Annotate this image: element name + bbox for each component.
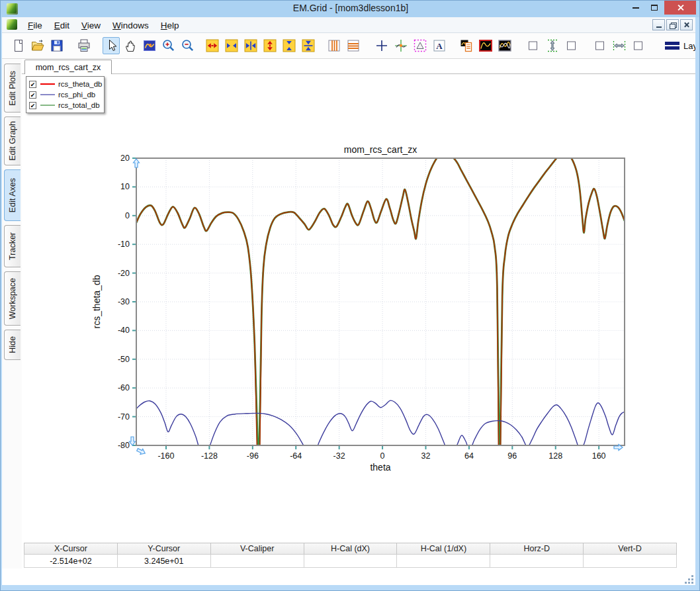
child-minimize-button[interactable]	[652, 19, 665, 30]
caliper-delta-button[interactable]	[412, 37, 429, 54]
legend-panel: ✔rcs_theta_db✔rcs_phi_db✔rcs_total_db	[26, 76, 105, 113]
status-header-horz-d: Horz-D	[490, 543, 584, 554]
text-annotation-button[interactable]: A	[431, 37, 448, 54]
zoom-out-button[interactable]	[179, 37, 197, 54]
sidebar-tab-tracker[interactable]: Tracker	[4, 225, 21, 267]
minimize-icon	[656, 26, 662, 28]
legend-line-sample	[40, 94, 55, 95]
statusbar-headers: X-CursorY-CursorV-CaliperH-Cal (dX)H-Cal…	[24, 543, 677, 555]
plot-style-multi-button[interactable]	[496, 37, 513, 54]
sidebar-tab-label: Edit Plots	[8, 71, 17, 106]
sidebar-tab-hide[interactable]: Hide	[4, 330, 21, 360]
sidebar-tab-edit-plots[interactable]: Edit Plots	[4, 64, 21, 113]
sq-icon	[631, 38, 646, 54]
align-box-right2-button[interactable]	[630, 37, 647, 54]
open-file-button[interactable]	[29, 37, 46, 54]
legend-checkbox[interactable]: ✔	[29, 102, 36, 109]
sidebar-tab-workspace[interactable]: Workspace	[4, 271, 21, 326]
close-icon	[677, 4, 684, 11]
close-icon	[683, 22, 689, 28]
expand-y-axis-button[interactable]	[261, 37, 279, 54]
window-close-button[interactable]	[664, 1, 696, 15]
compress-x-axis-button[interactable]	[223, 37, 240, 54]
window-maximize-button[interactable]	[645, 1, 664, 15]
window-border-bottom	[1, 585, 700, 590]
child-restore-button[interactable]	[666, 19, 679, 30]
titlebar: EM.Grid - [mom3dlesson1b]	[1, 1, 700, 17]
menu-view[interactable]: View	[75, 19, 107, 32]
align-box-left-button[interactable]	[525, 37, 542, 54]
compress-y-axis-button[interactable]	[281, 37, 298, 54]
legend-checkbox[interactable]: ✔	[29, 91, 36, 99]
resize-grip[interactable]	[684, 574, 693, 584]
new-file-button[interactable]	[10, 37, 27, 54]
sidebar-tab-label: Workspace	[8, 278, 17, 319]
h-in-icon	[224, 38, 240, 54]
legend-row: ✔rcs_theta_db	[29, 79, 101, 89]
legend-row: ✔rcs_phi_db	[29, 89, 101, 100]
svg-text:A: A	[436, 41, 443, 51]
hbars-icon	[345, 38, 361, 54]
window-minimize-button[interactable]	[627, 1, 645, 15]
cross-icon	[374, 38, 390, 54]
hdist-icon	[611, 38, 627, 54]
zoom-in-button[interactable]	[160, 37, 177, 54]
app-window: EM.Grid - [mom3dlesson1b] FileEditViewWi…	[0, 0, 700, 591]
window-border-right	[695, 17, 699, 586]
vertical-grid-button[interactable]	[326, 37, 343, 54]
status-header-x-cursor: X-Cursor	[24, 543, 118, 554]
legend-line-sample	[40, 83, 55, 85]
document-area: mom_rcs_cart_zx	[22, 59, 697, 568]
expand-x-axis-button[interactable]	[204, 37, 221, 54]
sidebar-tab-label: Hide	[8, 336, 17, 353]
legend-label: rcs_phi_db	[58, 91, 95, 99]
crosshair-cursor-button[interactable]	[373, 37, 390, 54]
sineTwo-icon	[497, 38, 513, 54]
plot-style-single-button[interactable]	[477, 37, 494, 54]
print-button[interactable]	[75, 37, 93, 54]
center-x-axis-button[interactable]	[242, 37, 259, 54]
align-box-left2-button[interactable]	[591, 37, 609, 54]
align-box-right-button[interactable]	[563, 37, 580, 54]
status-header-h-cal-dx-: H-Cal (dX)	[304, 543, 398, 554]
toolbar: A Layout	[2, 33, 697, 59]
minimize-icon	[633, 7, 639, 9]
vdist-icon	[545, 38, 560, 54]
status-value-horz-d	[490, 555, 584, 568]
status-header-y-cursor: Y-Cursor	[118, 543, 211, 554]
open-icon	[30, 38, 46, 54]
tracker-cursor-button[interactable]	[392, 37, 410, 54]
mdi-window-controls	[652, 19, 693, 30]
maximize-icon	[651, 5, 658, 11]
statusbar-values: -2.514e+023.245e+01	[24, 555, 677, 568]
legend-row: ✔rcs_total_db	[29, 100, 101, 111]
sidebar-tab-edit-graph[interactable]: Edit Graph	[4, 116, 21, 165]
menu-windows[interactable]: Windows	[107, 19, 155, 32]
save-button[interactable]	[48, 37, 66, 54]
sidebar-tab-label: Tracker	[8, 232, 17, 260]
center-y-axis-button[interactable]	[300, 37, 317, 54]
select-tool-button[interactable]	[103, 37, 120, 54]
distribute-horizontal-button[interactable]	[611, 37, 628, 54]
distribute-vertical-button[interactable]	[544, 37, 561, 54]
zoom-window-tool-button[interactable]	[141, 37, 158, 54]
sidebar-tab-edit-axes[interactable]: Edit Axes	[4, 169, 21, 221]
tracker-icon	[393, 38, 409, 54]
window-title: EM.Grid - [mom3dlesson1b]	[1, 3, 700, 13]
document-tab[interactable]: mom_rcs_cart_zx	[24, 60, 112, 74]
status-header-v-caliper: V-Caliper	[211, 543, 304, 554]
plot-report-button[interactable]	[458, 37, 475, 54]
document-tab-label: mom_rcs_cart_zx	[36, 63, 101, 72]
pan-tool-button[interactable]	[122, 37, 139, 54]
menu-help[interactable]: Help	[155, 19, 185, 32]
menu-edit[interactable]: Edit	[48, 19, 75, 32]
menubar: FileEditViewWindowsHelp	[2, 17, 697, 33]
horizontal-grid-button[interactable]	[345, 37, 362, 54]
layout-icon	[665, 40, 679, 51]
menu-file[interactable]: File	[22, 19, 48, 32]
save-icon	[49, 38, 65, 54]
cursor-icon	[103, 38, 119, 54]
layout-button[interactable]: Layout	[661, 38, 700, 53]
child-close-button[interactable]	[680, 19, 693, 30]
legend-checkbox[interactable]: ✔	[29, 81, 36, 88]
